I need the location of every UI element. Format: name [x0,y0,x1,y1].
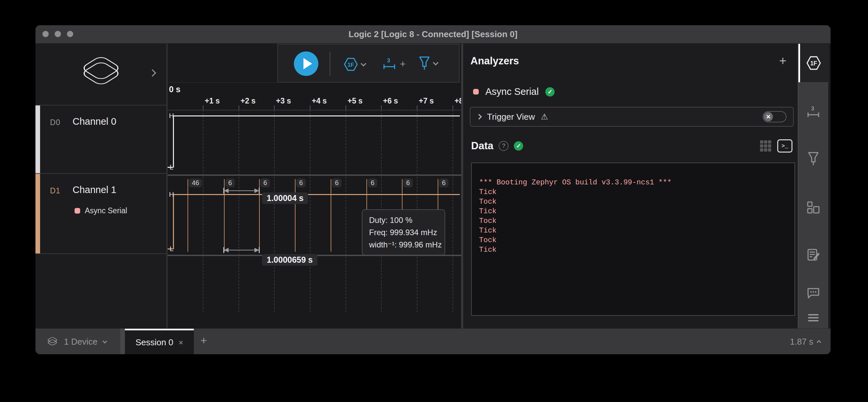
capture-duration-label: 1.87 s [790,337,813,347]
analyzer-color-dot [74,208,80,213]
capture-duration[interactable]: 1.87 s [790,329,821,354]
terminal-line: Tock [479,216,787,226]
channel1-track[interactable]: H L 466666666 1.00004 s [168,174,461,255]
measurement-value-high: 1.00004 s [262,192,308,204]
terminal-output[interactable]: *** Booting Zephyr OS build v3.3.99-ncs1… [471,163,795,316]
toggle-off-knob: ✕ [764,112,773,121]
analyzer-color-dot [473,89,479,94]
hexagon-1f-icon: 1F [806,55,821,70]
data-section-header: Data ? ✓ >_ [471,139,795,152]
new-session-button[interactable]: + [200,334,207,347]
channel0-track[interactable]: H L [168,110,461,174]
strip-item-extensions[interactable] [806,201,820,214]
analyzer-item-async-serial[interactable]: Async Serial ✓ [473,86,555,97]
strip-item-menu[interactable] [808,312,819,323]
device-selector[interactable]: 1 Device [35,329,120,354]
channel0-rising-edge [173,115,174,168]
trigger-button[interactable] [418,56,437,71]
measurement-arrow-low[interactable] [224,250,259,251]
terminal-view-icon[interactable]: >_ [777,139,793,152]
timeline-tick-label: +7 s [419,96,434,106]
timeline-tick-mark [203,106,204,110]
close-tab-icon[interactable]: × [179,338,183,347]
strip-item-device[interactable]: 1F [799,44,829,83]
waveform-tracks[interactable]: H L H L 466666666 [168,110,461,329]
device-panel[interactable] [35,44,166,106]
timeline-tick-label: +2 s [241,96,255,106]
frame-count-badge[interactable]: 6 [296,178,306,188]
toolbar-divider [330,52,330,76]
channel0-low-marker: L [169,163,174,171]
timeline-tick-mark [310,106,310,110]
channel1-name[interactable]: Channel 1 [72,184,116,195]
window-title: Logic 2 [Logic 8 - Connected] [Session 0… [35,25,831,44]
timeline-tick-label: +4 s [312,96,327,106]
frame-count-badge[interactable]: 6 [260,178,270,188]
device-settings-button[interactable]: 1F [344,57,365,71]
svg-text:1F: 1F [810,60,817,67]
analyzer-name: Async Serial [485,86,539,97]
title-bar: Logic 2 [Logic 8 - Connected] [Session 0… [35,25,831,44]
add-analyzer-button[interactable]: + [779,54,786,67]
analyzer-tag-label: Async Serial [85,206,127,215]
table-view-icon[interactable] [760,140,772,152]
frame-count-badge[interactable]: 6 [225,178,235,188]
trigger-view-toggle[interactable]: ✕ [763,111,786,122]
frame-count-badge[interactable]: 6 [368,178,377,188]
funnel-icon [418,56,430,71]
channel0-name[interactable]: Channel 0 [72,116,116,127]
svg-text:3: 3 [811,106,814,111]
strip-item-triggers[interactable] [807,151,819,167]
channel1-low-marker: L [169,245,174,253]
frame-count-badge[interactable]: 6 [439,178,448,188]
terminal-line: Tick [479,245,787,255]
channel1-high-marker: H [169,191,174,198]
strip-item-measurements[interactable]: 3 [807,106,820,118]
right-icon-strip: 1F 3 [798,44,828,328]
timeline-tick-mark [453,106,453,110]
funnel-icon [807,151,819,167]
channel0-accent-bar [35,106,40,173]
frame-count-badge[interactable]: 46 [189,178,202,188]
measurement-arrow-high[interactable] [224,191,259,191]
track-divider [168,110,461,111]
analyzers-panel: Analyzers + Async Serial ✓ Trigger View … [461,44,798,328]
channel1-rising-edge [173,194,174,249]
waveform-area[interactable]: 1F 3 + [166,44,461,328]
help-icon[interactable]: ? [499,141,508,151]
frame-count-badge[interactable]: 6 [332,178,342,188]
trigger-view-label: Trigger View [487,112,535,122]
bottombar-divider [120,329,125,354]
channel1-pulse [187,179,188,252]
channel1-pulse [331,179,331,252]
frame-count-badge[interactable]: 6 [403,178,413,188]
trigger-view-row[interactable]: Trigger View ⚠ ✕ [470,107,794,127]
channel1-analyzer-tag[interactable]: Async Serial [74,206,127,215]
app-window: Logic 2 [Logic 8 - Connected] [Session 0… [35,25,831,354]
strip-item-feedback[interactable] [806,287,820,300]
track-divider [168,174,461,176]
channel-row-0[interactable]: D0 Channel 0 [35,106,166,174]
terminal-line: *** Booting Zephyr OS build v3.3.99-ncs1… [479,178,787,188]
tooltip-line: Duty: 100 % [369,214,438,226]
device-count-label: 1 Device [64,337,97,347]
timeline-ruler[interactable]: 0 s +1 s+2 s+3 s+4 s+5 s+6 s+7 s+8 [168,83,461,110]
channel0-id: D0 [50,118,60,127]
strip-item-annotations[interactable] [806,248,820,262]
measurement-ruler-icon: 3 [807,106,820,118]
add-measurement-button[interactable]: 3 + [383,58,406,70]
timeline-tick-label: +6 s [383,96,398,106]
terminal-line: Tick [479,207,787,216]
channel1-id: D1 [50,186,60,195]
warning-icon: ⚠ [541,112,548,121]
channel-row-1[interactable]: D1 Channel 1 Async Serial [35,174,166,254]
channel1-accent-bar [35,174,40,253]
channel-sidebar: D0 Channel 0 D1 Channel 1 Async Serial [35,44,166,328]
terminal-line: Tock [479,235,787,245]
capture-toolbar-row: 1F 3 + [168,44,461,83]
start-capture-button[interactable] [294,51,318,76]
session-tab[interactable]: Session 0 × [125,329,194,354]
expand-trigger-chevron-icon[interactable] [476,114,482,120]
svg-text:3: 3 [387,58,390,63]
expand-device-chevron-icon[interactable] [149,69,156,77]
